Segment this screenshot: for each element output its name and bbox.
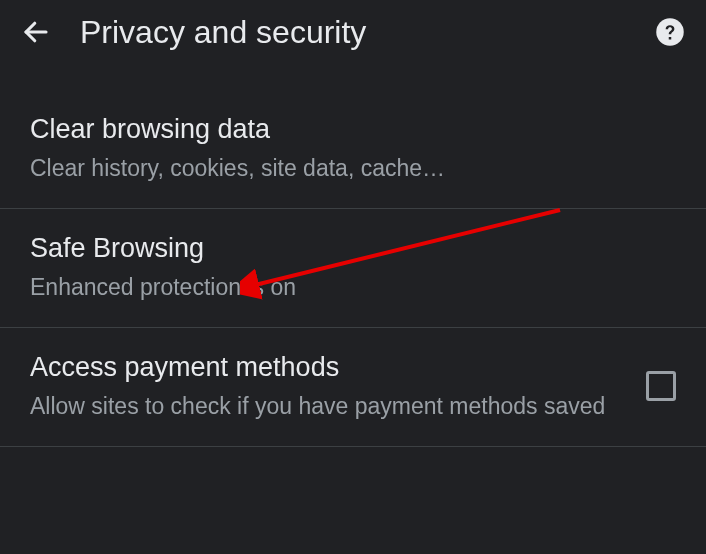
safe-browsing-item[interactable]: Safe Browsing Enhanced protection is on: [0, 209, 706, 328]
header: Privacy and security: [0, 0, 706, 64]
arrow-left-icon: [21, 17, 51, 47]
item-text: Clear browsing data Clear history, cooki…: [30, 112, 676, 184]
page-title: Privacy and security: [80, 14, 626, 51]
back-button[interactable]: [20, 16, 52, 48]
settings-list: Clear browsing data Clear history, cooki…: [0, 64, 706, 447]
item-subtitle: Allow sites to check if you have payment…: [30, 391, 626, 422]
item-title: Safe Browsing: [30, 231, 676, 266]
item-subtitle: Clear history, cookies, site data, cache…: [30, 153, 676, 184]
clear-browsing-data-item[interactable]: Clear browsing data Clear history, cooki…: [0, 90, 706, 209]
item-text: Safe Browsing Enhanced protection is on: [30, 231, 676, 303]
access-payment-methods-item[interactable]: Access payment methods Allow sites to ch…: [0, 328, 706, 447]
help-button[interactable]: [654, 16, 686, 48]
item-title: Clear browsing data: [30, 112, 676, 147]
payment-methods-checkbox[interactable]: [646, 371, 676, 401]
item-title: Access payment methods: [30, 350, 626, 385]
item-text: Access payment methods Allow sites to ch…: [30, 350, 626, 422]
help-icon: [655, 17, 685, 47]
item-subtitle: Enhanced protection is on: [30, 272, 676, 303]
